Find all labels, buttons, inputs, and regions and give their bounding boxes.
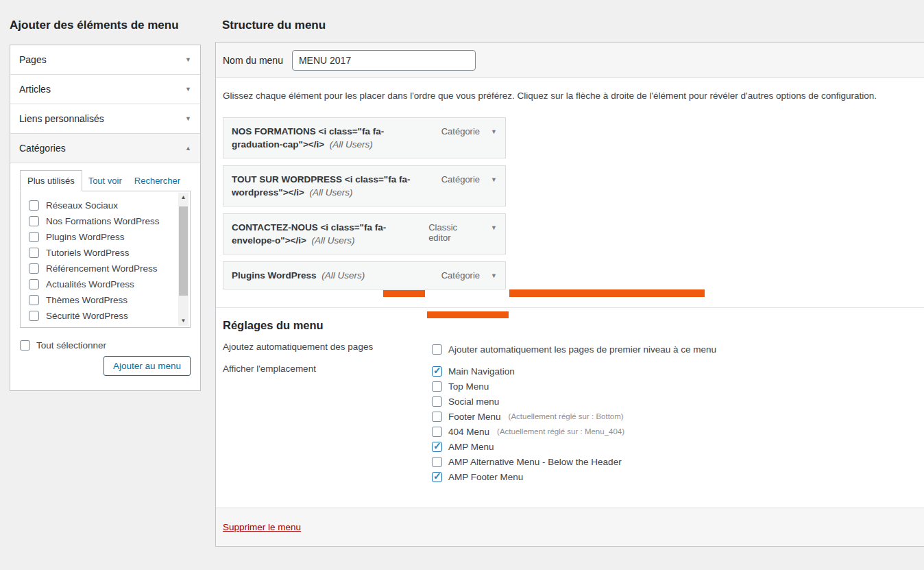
menu-item-type-label: Catégorie [441, 174, 480, 185]
category-label: Tutoriels WordPress [46, 248, 130, 258]
scroll-down-icon[interactable]: ▼ [178, 316, 189, 326]
location-label: AMP Alternative Menu - Below the Header [448, 457, 622, 467]
menu-item-meta: Catégorie ▼ [441, 270, 497, 282]
menu-item-meta: Catégorie ▼ [441, 174, 497, 199]
location-checkbox[interactable] [432, 396, 442, 407]
menu-item-handle[interactable]: TOUT SUR WORDPRESS <i class="fa fa-wordp… [223, 165, 506, 206]
delete-menu-link[interactable]: Supprimer le menu [223, 522, 301, 532]
location-option: AMP Menu [432, 439, 629, 454]
location-label: Main Navigation [448, 366, 515, 377]
category-tab[interactable]: Tout voir [82, 171, 128, 191]
drag-instruction-text: Glissez chaque élément pour les placer d… [223, 91, 917, 101]
accordion-section-header[interactable]: Liens personnalisés ▼ [10, 104, 200, 134]
accordion-chevron-icon[interactable]: ▲ [185, 145, 191, 152]
accordion-section-label: Articles [19, 84, 51, 95]
accordion-list: Pages ▼ Articles ▼ Liens personnalisés ▼… [10, 45, 200, 163]
location-label: Footer Menu [448, 412, 501, 422]
location-checkbox[interactable] [432, 427, 442, 437]
auto-add-option: Ajouter automatiquement les pages de pre… [432, 342, 716, 357]
menu-item-meta: Classic editor ▼ [428, 222, 497, 247]
menu-structure-body: Glissez chaque élément pour les placer d… [216, 78, 924, 484]
menu-item-chevron-down-icon[interactable]: ▼ [491, 176, 497, 183]
auto-add-label: Ajoutez automatiquement des pages [223, 342, 432, 357]
location-note: (Actuellement réglé sur : Bottom) [509, 412, 624, 420]
menu-item-chevron-down-icon[interactable]: ▼ [491, 272, 497, 279]
location-label: Top Menu [448, 381, 489, 392]
category-label: Thèmes WordPress [46, 295, 127, 305]
location-checkbox[interactable] [432, 366, 442, 377]
category-label: Réseaux Sociaux [46, 200, 118, 211]
location-option: Main Navigation [432, 364, 629, 379]
category-tab[interactable]: Plus utilisés [20, 170, 82, 191]
category-label: Nos Formations WordPress [46, 216, 160, 226]
menu-item-chevron-down-icon[interactable]: ▼ [491, 128, 497, 135]
orange-annotation-bar [383, 290, 425, 297]
location-checkbox[interactable] [432, 381, 442, 392]
category-label: Référencement WordPress [46, 263, 158, 274]
select-all-row: Tout sélectionner [20, 340, 191, 351]
categories-panel: Plus utilisés Tout voir Rechercher Résea… [10, 163, 200, 376]
location-label: Social menu [448, 396, 499, 407]
add-menu-items-panel: Pages ▼ Articles ▼ Liens personnalisés ▼… [10, 45, 201, 391]
category-checkbox[interactable] [29, 232, 39, 242]
menu-item-title: Plugins WordPress [232, 270, 317, 281]
menu-name-input[interactable] [292, 50, 476, 71]
category-label: Plugins WordPress [46, 232, 125, 242]
category-tab[interactable]: Rechercher [128, 171, 186, 191]
category-row: Sécurité WordPress [29, 308, 171, 324]
location-option: Footer Menu (Actuellement réglé sur : Bo… [432, 409, 629, 424]
display-location-label: Afficher l'emplacement [223, 364, 432, 484]
category-row: Réseaux Sociaux [29, 198, 171, 213]
location-option: Top Menu [432, 379, 629, 394]
category-checkbox[interactable] [29, 295, 39, 305]
category-checkbox[interactable] [29, 216, 39, 226]
scrollbar-thumb[interactable] [179, 206, 188, 296]
location-label: AMP Menu [448, 442, 494, 452]
menu-item-type-label: Catégorie [441, 126, 480, 136]
select-all-checkbox[interactable] [20, 340, 30, 351]
menu-name-label: Nom du menu [223, 55, 283, 66]
accordion-chevron-icon[interactable]: ▼ [185, 115, 191, 122]
accordion-section-label: Liens personnalisés [19, 113, 104, 124]
location-checkbox[interactable] [432, 457, 442, 467]
menu-item-handle[interactable]: CONTACTEZ-NOUS <i class="fa fa-envelope-… [223, 213, 506, 254]
accordion-section-header[interactable]: Catégories ▲ [10, 134, 200, 163]
accordion-section-label: Catégories [19, 143, 66, 154]
category-row: Nos Formations WordPress [29, 213, 171, 229]
category-scrollbar[interactable]: ▲ ▼ [178, 193, 189, 326]
category-checklist: Réseaux Sociaux Nos Formations WordPress… [20, 191, 191, 328]
location-checkbox[interactable] [432, 472, 442, 482]
location-options: Main Navigation Top Menu Social menu [432, 364, 629, 484]
add-to-menu-button[interactable]: Ajouter au menu [104, 356, 191, 376]
accordion-chevron-icon[interactable]: ▼ [185, 86, 191, 93]
menu-item-handle[interactable]: NOS FORMATIONS <i class="fa fa-graduatio… [223, 117, 506, 158]
category-checkbox[interactable] [29, 200, 39, 211]
menu-item-chevron-down-icon[interactable]: ▼ [491, 224, 497, 231]
menu-settings-title: Réglages du menu [223, 319, 917, 332]
category-row: Tutoriels WordPress [29, 245, 171, 261]
menu-item-handle[interactable]: Plugins WordPress (All Users) Catégorie … [223, 261, 506, 289]
accordion-section-header[interactable]: Articles ▼ [10, 75, 200, 104]
menu-settings-section: Réglages du menu Ajoutez automatiquement… [216, 307, 924, 484]
accordion-chevron-icon[interactable]: ▼ [185, 56, 191, 63]
accordion-section-label: Pages [19, 54, 47, 65]
location-option: Social menu [432, 394, 629, 409]
location-checkbox[interactable] [432, 442, 442, 452]
wordpress-menu-editor-page: { "left_panel": { "title": "Ajouter des … [0, 0, 924, 570]
category-label: Actualités WordPress [46, 279, 134, 289]
category-checkbox[interactable] [29, 248, 39, 258]
category-checkbox[interactable] [29, 311, 39, 321]
auto-add-checkbox[interactable] [432, 344, 442, 355]
display-location-row: Afficher l'emplacement Main Navigation T… [223, 364, 917, 484]
category-checkbox[interactable] [29, 263, 39, 274]
scroll-up-icon[interactable]: ▲ [178, 193, 189, 202]
location-checkbox[interactable] [432, 412, 442, 422]
accordion-section-header[interactable]: Pages ▼ [10, 45, 200, 75]
category-row: Plugins WordPress [29, 229, 171, 245]
category-checkbox[interactable] [29, 279, 39, 289]
location-label: AMP Footer Menu [448, 472, 523, 482]
category-rows: Réseaux Sociaux Nos Formations WordPress… [29, 198, 171, 324]
location-label: 404 Menu [448, 427, 489, 437]
menu-item-list: NOS FORMATIONS <i class="fa fa-graduatio… [223, 117, 506, 289]
location-option: AMP Footer Menu [432, 469, 629, 484]
